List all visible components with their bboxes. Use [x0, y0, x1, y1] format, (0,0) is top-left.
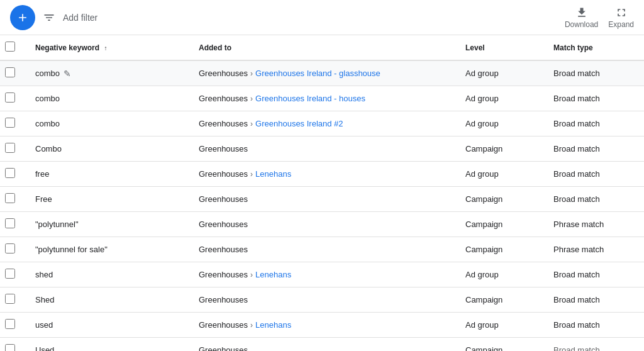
match-type-cell: Phrase match [543, 237, 644, 262]
sort-icon: ↑ [104, 45, 107, 52]
row-checkbox-cell [0, 313, 25, 338]
download-label: Download [565, 20, 598, 29]
level-cell: Ad group [455, 60, 543, 86]
row-checkbox[interactable] [5, 143, 15, 153]
row-checkbox-cell [0, 136, 25, 162]
row-checkbox[interactable] [5, 269, 15, 279]
add-button[interactable] [10, 5, 35, 30]
match-type-cell: Broad match [543, 162, 644, 187]
row-checkbox[interactable] [5, 344, 15, 351]
row-checkbox[interactable] [5, 92, 15, 103]
row-checkbox-cell [0, 212, 25, 237]
table-row: "polytunnel for sale"GreenhousesCampaign… [0, 237, 644, 262]
keyword-cell: "polytunnel for sale" [25, 237, 189, 262]
filter-icon[interactable] [43, 11, 55, 24]
added-to-cell: Greenhouses›Lenehans [189, 313, 455, 338]
match-type-cell: Broad match [543, 313, 644, 338]
row-checkbox[interactable] [5, 243, 15, 254]
level-cell: Ad group [455, 313, 543, 338]
row-checkbox-cell [0, 162, 25, 187]
level-cell: Ad group [455, 86, 543, 111]
table-header-row: Negative keyword ↑ Added to Level Match … [0, 35, 644, 60]
level-cell: Ad group [455, 162, 543, 187]
level-cell: Campaign [455, 187, 543, 212]
col-header-match: Match type [543, 35, 644, 60]
table-row: combo✎Greenhouses›Greenhouses Ireland - … [0, 60, 644, 86]
row-checkbox[interactable] [5, 319, 15, 329]
added-plain-text: Greenhouses [199, 194, 248, 204]
added-to-cell: Greenhouses [189, 338, 455, 352]
breadcrumb-link[interactable]: Greenhouses Ireland - glasshouse [255, 69, 380, 78]
match-type-cell: Broad match [543, 136, 644, 162]
table-row: ComboGreenhousesCampaignBroad match [0, 136, 644, 162]
row-checkbox[interactable] [5, 168, 15, 178]
expand-action[interactable]: Expand [608, 6, 634, 29]
keyword-text: combo [35, 69, 60, 78]
added-plain-text: Greenhouses [199, 245, 248, 254]
row-checkbox-cell [0, 338, 25, 352]
keyword-cell: Free [25, 187, 189, 212]
keyword-text: Free [35, 194, 52, 204]
breadcrumb-plain: Greenhouses [199, 94, 248, 103]
level-cell: Campaign [455, 136, 543, 162]
keyword-cell: Combo [25, 136, 189, 162]
breadcrumb-arrow-icon: › [250, 69, 253, 78]
breadcrumb-arrow-icon: › [250, 270, 253, 279]
match-type-cell: Phrase match [543, 212, 644, 237]
keyword-text: combo [35, 94, 60, 103]
match-type-cell: Broad match [543, 187, 644, 212]
row-checkbox[interactable] [5, 193, 15, 203]
keyword-text: Used [35, 345, 54, 351]
breadcrumb-arrow-icon: › [250, 120, 253, 128]
added-plain-text: Greenhouses [199, 144, 248, 153]
breadcrumb-plain: Greenhouses [199, 270, 248, 279]
row-checkbox[interactable] [5, 67, 15, 77]
added-to-cell: Greenhouses›Lenehans [189, 162, 455, 187]
level-cell: Ad group [455, 262, 543, 287]
row-checkbox-cell [0, 237, 25, 262]
row-checkbox[interactable] [5, 118, 15, 128]
added-to-cell: Greenhouses [189, 187, 455, 212]
match-type-cell: Broad match [543, 86, 644, 111]
col-header-added: Added to [189, 35, 455, 60]
add-filter-label[interactable]: Add filter [63, 13, 97, 23]
row-checkbox-cell [0, 60, 25, 86]
keyword-cell: Shed [25, 287, 189, 313]
added-plain-text: Greenhouses [199, 345, 248, 351]
edit-icon[interactable]: ✎ [64, 69, 71, 79]
level-cell: Campaign [455, 237, 543, 262]
keyword-cell: combo✎ [25, 60, 189, 86]
table-row: shedGreenhouses›LenehansAd groupBroad ma… [0, 262, 644, 287]
match-type-cell: Broad match [543, 338, 644, 352]
download-action[interactable]: Download [565, 6, 598, 29]
match-type-cell: Broad match [543, 111, 644, 136]
table-container: Negative keyword ↑ Added to Level Match … [0, 35, 644, 351]
keyword-text: Combo [35, 144, 62, 153]
added-to-cell: Greenhouses›Greenhouses Ireland - glassh… [189, 60, 455, 86]
breadcrumb-link[interactable]: Lenehans [255, 270, 291, 279]
toolbar: Add filter Download Expand [0, 0, 644, 35]
breadcrumb-plain: Greenhouses [199, 169, 248, 179]
row-checkbox[interactable] [5, 218, 15, 228]
added-to-cell: Greenhouses [189, 287, 455, 313]
row-checkbox[interactable] [5, 294, 15, 304]
breadcrumb-arrow-icon: › [250, 170, 253, 179]
keyword-text: "polytunnel" [35, 220, 79, 229]
col-header-keyword[interactable]: Negative keyword ↑ [25, 35, 189, 60]
level-cell: Ad group [455, 111, 543, 136]
table-row: comboGreenhouses›Greenhouses Ireland - h… [0, 86, 644, 111]
match-type-cell: Broad match [543, 262, 644, 287]
table-row: usedGreenhouses›LenehansAd groupBroad ma… [0, 313, 644, 338]
toolbar-right: Download Expand [565, 6, 634, 29]
added-plain-text: Greenhouses [199, 220, 248, 229]
breadcrumb-link[interactable]: Greenhouses Ireland - houses [255, 94, 365, 103]
added-to-cell: Greenhouses [189, 212, 455, 237]
breadcrumb-link[interactable]: Lenehans [255, 169, 291, 179]
table-row: FreeGreenhousesCampaignBroad match [0, 187, 644, 212]
breadcrumb-link[interactable]: Lenehans [255, 320, 291, 330]
keyword-text: free [35, 169, 49, 179]
select-all-checkbox[interactable] [5, 42, 15, 52]
breadcrumb-link[interactable]: Greenhouses Ireland #2 [255, 119, 343, 128]
breadcrumb-plain: Greenhouses [199, 69, 248, 78]
row-checkbox-cell [0, 111, 25, 136]
